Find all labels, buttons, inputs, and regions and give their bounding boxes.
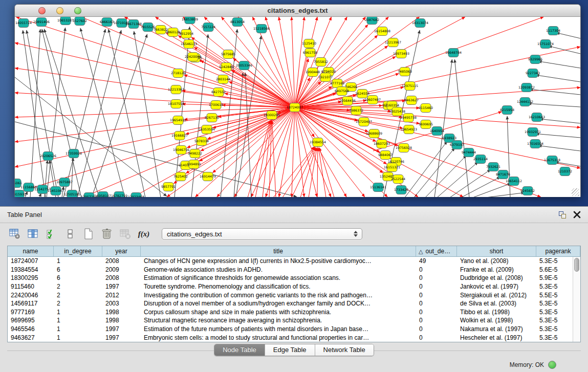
table-cell[interactable]: 0 (416, 325, 457, 333)
table-cell[interactable]: Corpus callosum shape and size in male p… (141, 309, 416, 316)
table-cell[interactable]: 1 (54, 325, 102, 333)
network-edge-red[interactable] (279, 107, 295, 197)
network-node[interactable]: 16648784 (445, 49, 462, 57)
network-node[interactable]: 9329966 (528, 55, 542, 64)
table-cell[interactable]: 1997 (102, 283, 141, 290)
table-scrollbar[interactable] (573, 257, 580, 342)
delete-column-icon[interactable] (100, 227, 114, 240)
table-cell[interactable]: 2012 (102, 292, 141, 299)
row-selection-icon[interactable] (45, 227, 58, 240)
table-row[interactable]: 1872400712008Changes of HCN gene express… (8, 257, 580, 266)
network-node[interactable]: 8267130 (205, 114, 219, 122)
table-cell[interactable]: Tibbo et al. (1998) (457, 309, 536, 316)
network-node[interactable]: 19654923 (401, 125, 417, 134)
new-column-icon[interactable] (82, 227, 95, 240)
network-edge-red[interactable] (217, 107, 295, 197)
table-cell[interactable]: 2 (54, 283, 102, 290)
network-edge-black[interactable] (15, 122, 297, 197)
table-cell[interactable]: Hescheler et al. (1997) (457, 334, 536, 341)
network-edge-black[interactable] (47, 28, 66, 197)
tab-network-table[interactable]: Network Table (315, 344, 374, 356)
network-node[interactable]: 16546133 (181, 40, 197, 49)
network-view[interactable]: 1405572420891406106532871527602646616310… (15, 17, 580, 197)
network-node[interactable]: 8215958 (500, 106, 514, 115)
table-cell[interactable]: Franke et al. (2009) (457, 266, 536, 273)
network-node[interactable]: 9227343 (526, 69, 540, 78)
table-row[interactable]: 969969511998Structural magnetic resonanc… (8, 316, 580, 325)
network-node[interactable]: 8471676 (496, 170, 510, 179)
window-zoom-button[interactable] (74, 7, 81, 14)
network-node[interactable]: 15720407 (356, 118, 372, 126)
network-node[interactable]: 19384554 (310, 138, 326, 147)
network-edge-red[interactable] (300, 147, 316, 197)
network-edge-black[interactable] (540, 119, 580, 123)
table-row[interactable]: 946554611997Estimation of the future num… (8, 325, 580, 334)
network-node[interactable]: 12975115 (402, 82, 418, 91)
network-node[interactable]: 2087682 (365, 17, 379, 25)
network-edge-black[interactable] (528, 103, 580, 107)
network-node[interactable]: 1921077 (318, 73, 333, 82)
table-cell[interactable]: 1 (54, 317, 102, 324)
network-edge-red[interactable] (178, 35, 295, 107)
network-edge-red[interactable] (292, 17, 295, 107)
network-node[interactable]: 10975887 (56, 178, 73, 187)
network-node[interactable]: 16958107 (95, 192, 111, 198)
table-row[interactable]: 1830029562008Estimation of significance … (8, 274, 580, 282)
network-node[interactable]: 8813054 (230, 18, 245, 27)
table-cell[interactable]: 2003 (102, 300, 141, 307)
network-edge-black[interactable] (538, 146, 580, 151)
network-edge-black[interactable] (461, 177, 500, 197)
network-edge-black[interactable] (414, 148, 454, 197)
network-node[interactable]: 7932621 (486, 163, 500, 171)
network-graph[interactable]: 1405572420891406106532871527602646616310… (15, 17, 580, 197)
table-cell[interactable]: Embryonic stem cells: a model to study s… (141, 334, 416, 341)
network-edge-red[interactable] (272, 121, 276, 197)
network-node[interactable]: 18607293 (374, 140, 390, 148)
network-node[interactable]: 9777169 (330, 79, 344, 88)
network-edge-black[interactable] (44, 29, 99, 197)
network-node[interactable]: 15751074 (537, 40, 554, 49)
table-cell[interactable]: Changes of HCN gene expression and I(f) … (141, 257, 416, 265)
network-edge-black[interactable] (486, 192, 525, 197)
table-cell[interactable]: 0 (416, 266, 457, 273)
network-node[interactable]: 12213363 (168, 85, 184, 94)
network-node[interactable]: 7815526 (141, 23, 155, 32)
table-cell[interactable]: Dudbridge et al. (2008) (457, 274, 536, 281)
table-cell[interactable]: Tourette syndrome. Phenomenology and cla… (141, 283, 416, 290)
table-cell[interactable]: Investigating the contribution of common… (141, 292, 416, 299)
network-node[interactable]: 9498222 (188, 149, 202, 158)
tab-node-table[interactable]: Node Table (214, 344, 265, 356)
network-node[interactable]: 6466163 (100, 18, 114, 27)
network-node[interactable]: 19932971 (525, 128, 541, 137)
resize-grip-icon[interactable] (572, 188, 579, 196)
network-node[interactable]: 7625402 (173, 172, 188, 181)
column-header-name[interactable]: name (8, 246, 54, 256)
scrollbar-thumb[interactable] (574, 258, 579, 272)
network-node[interactable]: 5875685 (221, 50, 235, 59)
network-node[interactable]: 19166827 (171, 132, 188, 140)
network-node[interactable]: 10688609 (366, 129, 382, 138)
network-edge-black[interactable] (536, 75, 580, 82)
network-edge-black[interactable] (538, 61, 580, 68)
table-row[interactable]: 2242004622012Investigating the contribut… (8, 291, 580, 299)
network-node[interactable]: 6961758 (303, 49, 317, 57)
network-node[interactable]: 2803144 (216, 75, 230, 84)
network-edge-red[interactable] (15, 107, 295, 167)
table-cell[interactable]: 1997 (102, 325, 141, 333)
network-edge-red[interactable] (317, 148, 318, 197)
network-edge-black[interactable] (92, 34, 147, 197)
network-edge-red[interactable] (295, 107, 365, 197)
network-node[interactable]: 18313074 (412, 19, 428, 28)
window-close-button[interactable] (38, 7, 46, 14)
table-cell[interactable]: Wolkin et al. (1998) (457, 317, 536, 324)
function-builder-icon[interactable]: f(x) (137, 227, 150, 240)
window-minimize-button[interactable] (56, 7, 63, 14)
network-node[interactable]: 7955812 (314, 58, 328, 67)
table-cell[interactable]: 1 (54, 334, 102, 341)
table-cell[interactable]: 18300295 (8, 274, 54, 281)
table-row[interactable]: 946362711997Embryonic stem cells: a mode… (8, 333, 580, 342)
table-cell[interactable]: 0 (416, 300, 457, 307)
tab-edge-table[interactable]: Edge Table (265, 344, 315, 356)
table-cell[interactable]: 1 (54, 257, 102, 265)
network-edge-red[interactable] (292, 107, 295, 197)
